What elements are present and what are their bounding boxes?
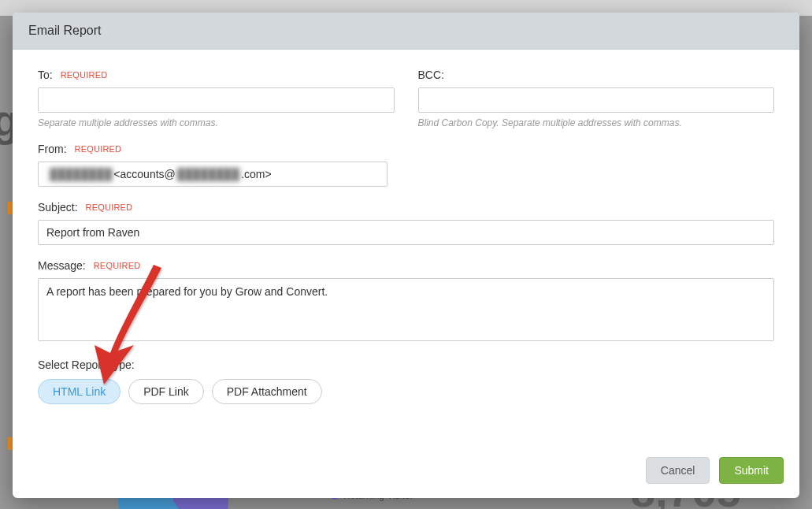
required-badge: REQUIRED (75, 144, 122, 154)
to-input[interactable] (38, 87, 395, 113)
from-input[interactable]: ████████ <accounts@████████.com> (38, 162, 387, 187)
subject-input[interactable] (38, 220, 774, 245)
subject-label: Subject: REQUIRED (38, 201, 774, 214)
from-field-group: From: REQUIRED ████████ <accounts@██████… (38, 143, 774, 187)
required-badge: REQUIRED (61, 70, 108, 80)
message-textarea[interactable] (38, 278, 774, 341)
report-type-html-link[interactable]: HTML Link (38, 379, 121, 404)
bcc-label: BCC: (418, 69, 775, 81)
report-type-pdf-link[interactable]: PDF Link (128, 379, 204, 404)
from-name-redacted: ████████ (50, 168, 112, 180)
to-help: Separate multiple addresses with commas. (38, 117, 395, 128)
modal-footer: Cancel Submit (13, 446, 799, 498)
email-report-modal: Email Report To: REQUIRED Separate multi… (13, 13, 799, 498)
submit-button[interactable]: Submit (719, 457, 784, 484)
bcc-input[interactable] (418, 87, 775, 113)
from-visible-prefix: <accounts@ (113, 168, 175, 180)
report-type-group: Select Report Type: HTML Link PDF Link P… (38, 359, 774, 404)
modal-title: Email Report (28, 24, 784, 38)
bcc-field-group: BCC: Blind Carbon Copy. Separate multipl… (418, 69, 775, 128)
report-type-label: Select Report Type: (38, 359, 774, 371)
bcc-help: Blind Carbon Copy. Separate multiple add… (418, 117, 775, 128)
modal-header: Email Report (13, 13, 799, 50)
from-domain-redacted: ████████ (177, 168, 239, 180)
to-label: To: REQUIRED (38, 69, 395, 81)
from-label: From: REQUIRED (38, 143, 774, 155)
subject-field-group: Subject: REQUIRED (38, 201, 774, 245)
required-badge: REQUIRED (86, 202, 133, 212)
report-type-pdf-attachment[interactable]: PDF Attachment (212, 379, 322, 404)
message-label: Message: REQUIRED (38, 259, 774, 272)
modal-body: To: REQUIRED Separate multiple addresses… (13, 50, 799, 446)
to-field-group: To: REQUIRED Separate multiple addresses… (38, 69, 395, 128)
from-visible-suffix: .com> (241, 168, 272, 180)
required-badge: REQUIRED (94, 261, 141, 270)
report-type-options: HTML Link PDF Link PDF Attachment (38, 379, 774, 404)
cancel-button[interactable]: Cancel (646, 457, 710, 484)
message-field-group: Message: REQUIRED (38, 259, 774, 344)
